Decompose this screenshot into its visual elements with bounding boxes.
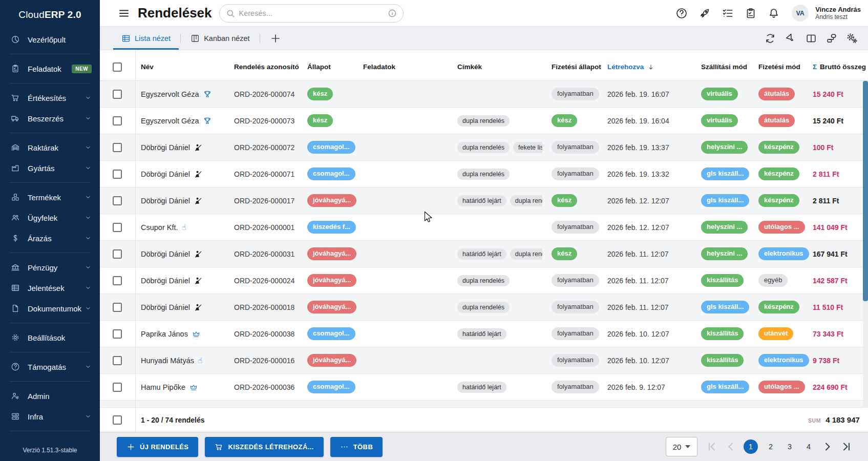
- row-checkbox[interactable]: [113, 303, 122, 312]
- table-row[interactable]: Csupor Kft.☝ORD-2026-000001kiszedés f...…: [100, 214, 868, 241]
- shipping-cell: gls kiszáll...: [695, 161, 753, 187]
- vertical-scrollbar[interactable]: [863, 81, 868, 408]
- table-row[interactable]: Döbrögi DánielORD-2026-000017jóváhagyá..…: [100, 187, 868, 214]
- created-cell: 2026 feb. 11. 12:07: [602, 267, 695, 294]
- column-header-fizetesi-allapot[interactable]: Fizetési állapot: [546, 63, 602, 71]
- sidebar-item-admin[interactable]: Admin: [0, 386, 100, 406]
- sidebar-item-ertekesites[interactable]: Értékesítés: [0, 88, 100, 108]
- help-icon[interactable]: [675, 7, 688, 19]
- first-page-icon[interactable]: [706, 441, 718, 453]
- prev-page-icon[interactable]: [725, 441, 737, 453]
- table-row[interactable]: Paprika JánosORD-2026-000038csomagol...h…: [100, 321, 868, 347]
- sidebar-item-beszerzes[interactable]: Beszerzés: [0, 108, 100, 129]
- row-checkbox[interactable]: [113, 90, 122, 99]
- sidebar-item-infra[interactable]: Infra: [0, 406, 100, 427]
- sidebar-item-raktarak[interactable]: Raktárak: [0, 137, 100, 158]
- table-row[interactable]: Döbrögi DánielORD-2026-000071csomagol...…: [100, 161, 868, 187]
- user-info[interactable]: Vincze András Andris teszt: [815, 6, 861, 21]
- row-checkbox[interactable]: [113, 196, 122, 205]
- column-header-cimkek[interactable]: Címkék: [452, 63, 546, 71]
- table-row[interactable]: Hamu PipőkeORD-2026-000036csomagol...hat…: [100, 374, 868, 401]
- next-page-icon[interactable]: [821, 441, 834, 453]
- create-picking-button[interactable]: KISZEDÉS LÉTREHOZÁ...: [205, 437, 323, 457]
- search-box[interactable]: [219, 4, 404, 23]
- page-button-1[interactable]: 1: [744, 439, 758, 454]
- hamburger-menu-icon[interactable]: [118, 7, 130, 19]
- row-checkbox[interactable]: [113, 223, 122, 232]
- refresh-icon[interactable]: [765, 33, 776, 44]
- row-checkbox[interactable]: [113, 383, 122, 392]
- table-settings-icon[interactable]: [846, 33, 858, 44]
- tab-separator: [260, 34, 260, 43]
- page-button-4[interactable]: 4: [802, 443, 815, 451]
- row-checkbox[interactable]: [113, 249, 122, 259]
- column-header-szallitasi-mod[interactable]: Szállítási mód: [695, 63, 753, 71]
- sidebar-item-penzugy[interactable]: Pénzügy: [0, 257, 100, 278]
- page-button-2[interactable]: 2: [765, 443, 777, 451]
- tags-cell: [452, 347, 546, 373]
- sum-icon: Σ: [813, 63, 817, 71]
- sidebar-item-tamogatas[interactable]: Támogatás: [0, 357, 100, 377]
- last-page-icon[interactable]: [840, 441, 853, 453]
- sidebar-item-arazas[interactable]: Árazás: [0, 228, 100, 248]
- tab-list-view[interactable]: Lista nézet: [113, 27, 179, 50]
- rocket-icon[interactable]: [698, 7, 711, 19]
- filter-icon[interactable]: [785, 33, 796, 44]
- footer-checkbox[interactable]: [113, 415, 122, 425]
- row-checkbox[interactable]: [113, 170, 122, 179]
- order-id: ORD-2026-000072: [234, 143, 294, 152]
- column-header-nev[interactable]: Név: [135, 63, 228, 71]
- table-row[interactable]: Egyszervolt GézaORD-2026-000073készdupla…: [100, 108, 868, 134]
- tag-pill: dupla rendelés: [510, 248, 542, 260]
- sidebar-item-termekek[interactable]: Termékek: [0, 187, 100, 207]
- row-checkbox[interactable]: [113, 276, 122, 285]
- sidebar-item-dokumentumok[interactable]: Dokumentumok: [0, 298, 100, 319]
- page-size-select[interactable]: 20: [666, 437, 697, 456]
- scrollbar-thumb[interactable]: [863, 81, 868, 301]
- status-cell: kész: [302, 108, 357, 134]
- table-row[interactable]: Egyszervolt GézaORD-2026-000074készfolya…: [100, 81, 868, 108]
- new-order-button[interactable]: ÚJ RENDELÉS: [117, 437, 198, 457]
- sidebar-item-beallitasok[interactable]: Beállítások: [0, 327, 100, 348]
- column-header-feladatok[interactable]: Feladatok: [357, 63, 452, 71]
- columns-icon[interactable]: [806, 33, 817, 44]
- grouping-icon[interactable]: [826, 33, 837, 44]
- row-checkbox[interactable]: [113, 143, 122, 152]
- notifications-bell-icon[interactable]: [768, 7, 780, 19]
- sidebar-item-vezerlopult[interactable]: Vezérlőpult: [0, 29, 100, 50]
- sidebar-item-feladatok[interactable]: FeladatokNEW: [0, 58, 100, 79]
- search-input[interactable]: [239, 9, 388, 17]
- checklist-icon[interactable]: [722, 7, 734, 19]
- info-icon[interactable]: [388, 9, 397, 18]
- column-header-brutto-osszeg[interactable]: ΣBruttó összeg: [807, 63, 868, 71]
- shipping-method-pill: kiszállítás: [701, 274, 744, 286]
- sidebar-item-label: Vezérlőpult: [28, 35, 66, 44]
- column-header-allapot[interactable]: Állapot: [302, 63, 357, 71]
- sidebar-item-jelentesek[interactable]: Jelentések: [0, 278, 100, 298]
- order-id: ORD-2026-000074: [234, 90, 294, 98]
- orders-table: NévRendelés azonosítóÁllapotFeladatokCím…: [100, 50, 868, 432]
- row-checkbox[interactable]: [113, 356, 122, 365]
- column-header-fizetesi-mod[interactable]: Fizetési mód: [753, 63, 807, 71]
- page-button-3[interactable]: 3: [784, 443, 796, 451]
- select-all-checkbox[interactable]: [113, 62, 122, 72]
- table-row[interactable]: Hunyadi Mátyás☝ORD-2026-000016jóváhagyá.…: [100, 347, 868, 374]
- tab-kanban-view[interactable]: Kanban nézet: [182, 27, 258, 50]
- table-row[interactable]: Döbrögi DánielORD-2026-000024jóváhagyá..…: [100, 267, 868, 294]
- more-button[interactable]: TÖBB: [330, 437, 383, 457]
- table-row[interactable]: Döbrögi DánielORD-2026-000031jóváhagyá..…: [100, 241, 868, 267]
- column-header-letrehozva[interactable]: Létrehozva: [602, 63, 695, 71]
- add-view-button[interactable]: [268, 31, 283, 46]
- row-checkbox[interactable]: [113, 329, 122, 339]
- avatar[interactable]: VA: [792, 5, 809, 22]
- clipboard-icon[interactable]: [745, 7, 757, 19]
- tab-list-label: Lista nézet: [135, 34, 171, 43]
- column-header-rendeles-azonosito[interactable]: Rendelés azonosító: [228, 63, 302, 71]
- sidebar-item-label: Árazás: [28, 234, 52, 243]
- table-row[interactable]: Döbrögi DánielORD-2026-000072csomagol...…: [100, 134, 868, 161]
- sidebar-item-gyartas[interactable]: Gyártás: [0, 158, 100, 178]
- customer-name: Egyszervolt Géza: [141, 117, 199, 125]
- row-checkbox[interactable]: [113, 116, 122, 125]
- table-row[interactable]: Döbrögi DánielORD-2026-000018jóváhagyá..…: [100, 294, 868, 321]
- sidebar-item-ugyfelek[interactable]: Ügyfelek: [0, 207, 100, 228]
